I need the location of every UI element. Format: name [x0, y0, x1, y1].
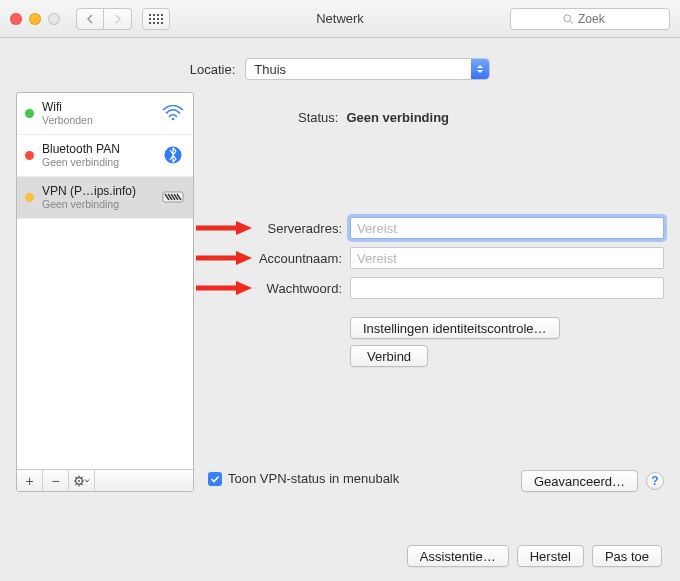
auth-settings-button[interactable]: Instellingen identiteitscontrole…: [350, 317, 560, 339]
network-actions-button[interactable]: [69, 470, 95, 491]
annotation-arrow-icon: [196, 251, 252, 265]
net-name: VPN (P…ips.info): [42, 184, 153, 198]
net-status: Geen verbinding: [42, 156, 153, 169]
annotation-arrow-icon: [196, 281, 252, 295]
select-arrows-icon: [471, 59, 489, 79]
search-icon: [562, 13, 574, 25]
back-button[interactable]: [76, 8, 104, 30]
status-dot-warning: [25, 193, 34, 202]
sidebar-item-wifi[interactable]: Wifi Verbonden: [17, 93, 193, 135]
vpn-icon: [161, 187, 185, 207]
password-input[interactable]: [350, 277, 664, 299]
network-sidebar: Wifi Verbonden Bluetooth PAN Geen verbin…: [16, 92, 194, 492]
checkmark-icon: [210, 474, 220, 484]
sidebar-item-bluetooth[interactable]: Bluetooth PAN Geen verbinding: [17, 135, 193, 177]
forward-button[interactable]: [104, 8, 132, 30]
net-status: Geen verbinding: [42, 198, 153, 211]
apply-button[interactable]: Pas toe: [592, 545, 662, 567]
svg-marker-10: [236, 251, 252, 265]
show-status-row[interactable]: Toon VPN-status in menubalk: [208, 471, 399, 486]
status-label: Status:: [298, 110, 338, 125]
footer-buttons: Assistentie… Herstel Pas toe: [407, 545, 662, 567]
advanced-button[interactable]: Geavanceerd…: [521, 470, 638, 492]
minimize-window-button[interactable]: [29, 13, 41, 25]
bluetooth-icon: [161, 145, 185, 165]
gear-dropdown-icon: [74, 475, 90, 487]
show-all-button[interactable]: [142, 8, 170, 30]
vpn-form: Serveradres: Accountnaam: Wachtwoord: In…: [208, 217, 664, 367]
search-field[interactable]: [510, 8, 670, 30]
server-address-input[interactable]: [350, 217, 664, 239]
revert-button[interactable]: Herstel: [517, 545, 584, 567]
remove-network-button[interactable]: −: [43, 470, 69, 491]
chevron-right-icon: [114, 14, 122, 24]
net-name: Wifi: [42, 100, 153, 114]
svg-marker-8: [236, 221, 252, 235]
connection-status: Status: Geen verbinding: [208, 92, 664, 125]
show-status-checkbox[interactable]: [208, 472, 222, 486]
network-list: Wifi Verbonden Bluetooth PAN Geen verbin…: [17, 93, 193, 469]
svg-point-2: [172, 118, 175, 121]
status-value: Geen verbinding: [346, 110, 449, 125]
help-button[interactable]: ?: [646, 472, 664, 490]
assist-button[interactable]: Assistentie…: [407, 545, 509, 567]
nav-buttons: [76, 8, 132, 30]
titlebar: Netwerk: [0, 0, 680, 38]
net-status: Verbonden: [42, 114, 153, 127]
add-network-button[interactable]: +: [17, 470, 43, 491]
location-selected: Thuis: [254, 62, 286, 77]
location-select[interactable]: Thuis: [245, 58, 490, 80]
status-dot-connected: [25, 109, 34, 118]
chevron-left-icon: [86, 14, 94, 24]
window-title: Netwerk: [316, 11, 364, 26]
location-label: Locatie:: [190, 62, 236, 77]
svg-line-1: [570, 20, 573, 23]
connect-button[interactable]: Verbind: [350, 345, 428, 367]
close-window-button[interactable]: [10, 13, 22, 25]
grid-icon: [149, 14, 163, 24]
wifi-icon: [161, 103, 185, 123]
annotation-arrow-icon: [196, 221, 252, 235]
detail-pane: Status: Geen verbinding Serveradres: Acc…: [208, 92, 664, 492]
location-row: Locatie: Thuis: [0, 38, 680, 92]
status-dot-disconnected: [25, 151, 34, 160]
svg-point-0: [564, 14, 571, 21]
show-status-label: Toon VPN-status in menubalk: [228, 471, 399, 486]
svg-marker-12: [236, 281, 252, 295]
sidebar-item-vpn[interactable]: VPN (P…ips.info) Geen verbinding: [17, 177, 193, 219]
account-name-input[interactable]: [350, 247, 664, 269]
zoom-window-button: [48, 13, 60, 25]
svg-point-6: [78, 480, 80, 482]
net-name: Bluetooth PAN: [42, 142, 153, 156]
window-controls: [10, 13, 60, 25]
sidebar-toolbar: + −: [17, 469, 193, 491]
search-input[interactable]: [578, 12, 618, 26]
